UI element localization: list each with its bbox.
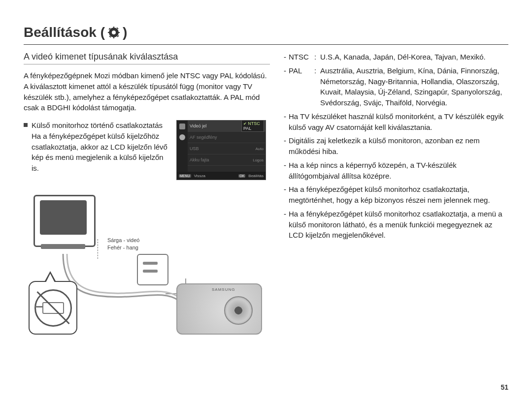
info-bullet: - Ha a fényképezőgépet külső monitorhoz … <box>284 184 508 206</box>
camera-menu-screenshot: Videó jel NTSC PAL AF segédfény <box>176 120 266 180</box>
def-row-pal: - PAL : Ausztrália, Ausztria, Belgium, K… <box>284 65 508 108</box>
warning-bubble <box>29 281 77 335</box>
cable-path <box>58 254 186 318</box>
dash-icon: - <box>284 111 289 122</box>
bullet-body: Ha a fényképezőgépet külső kijelzőhöz cs… <box>32 132 167 172</box>
right-column: - NTSC : U.S.A, Kanada, Japán, Dél-Korea… <box>284 52 508 347</box>
display-icon <box>179 123 185 129</box>
page-title: Beállítások ( ) <box>24 25 508 43</box>
wall-plug-icon <box>42 302 64 314</box>
menu-back-label: Vissza <box>194 174 205 178</box>
bullet-text: Külső monitorhoz történő csatlakoztatás … <box>32 120 169 174</box>
info-text: Ha a fényképezőgépet külső monitorhoz cs… <box>289 184 508 206</box>
page-title-suffix: ) <box>123 25 127 40</box>
menu-key-ok: OK <box>238 174 245 178</box>
cable-color-note: Sárga - videó Fehér - hang <box>107 237 139 252</box>
menu-row-label: Videó jel <box>190 123 206 128</box>
page-number: 51 <box>500 383 508 391</box>
intro-paragraph: A fényképezőgépnek Mozi módban kimenő je… <box>24 70 270 113</box>
page-title-prefix: Beállítások ( <box>24 25 105 40</box>
dash-icon: - <box>284 209 289 219</box>
menu-option-pal[interactable]: PAL <box>243 126 251 131</box>
info-text: Ha TV készüléket használ külső monitorké… <box>289 111 508 133</box>
svg-rect-4 <box>108 32 110 33</box>
menu-row-value: Lúgos <box>253 158 264 162</box>
menu-row-af-light[interactable]: AF segédfény <box>188 132 266 143</box>
def-key: PAL <box>289 65 314 76</box>
def-key: NTSC <box>289 52 314 62</box>
note-white: Fehér - hang <box>107 245 138 250</box>
menu-option-ntsc[interactable]: NTSC <box>243 121 260 126</box>
dash-icon: - <box>284 52 289 62</box>
dash-icon: - <box>284 184 289 195</box>
settings-gear-icon <box>179 134 185 140</box>
left-column: A videó kimenet típusának kiválasztása A… <box>24 52 270 347</box>
camera-menu-rows: Videó jel NTSC PAL AF segédfény <box>188 121 266 172</box>
dash-icon: - <box>284 65 289 76</box>
gear-icon <box>108 27 120 38</box>
menu-row-value: Auto <box>256 147 264 151</box>
connection-illustration: Sárga - videó Fehér - hang SAMSUNG <box>24 190 270 347</box>
svg-point-1 <box>112 31 116 34</box>
menu-row-video-signal[interactable]: Videó jel NTSC PAL <box>188 121 266 132</box>
svg-rect-3 <box>113 36 114 38</box>
title-rule <box>24 44 508 45</box>
def-row-ntsc: - NTSC : U.S.A, Kanada, Japán, Dél-Korea… <box>284 52 508 62</box>
def-sep: : <box>314 52 320 62</box>
def-sep: : <box>314 65 320 76</box>
camera-brand-label: SAMSUNG <box>212 287 235 292</box>
dash-icon: - <box>284 160 289 171</box>
menu-row-label: USB <box>190 146 199 151</box>
info-bullet: - Ha a kép nincs a képernyő közepén, a T… <box>284 160 508 182</box>
def-val: U.S.A, Kanada, Japán, Dél-Korea, Tajvan,… <box>320 52 508 62</box>
svg-rect-5 <box>118 32 120 33</box>
note-yellow: Sárga - videó <box>107 237 139 243</box>
menu-row-usb[interactable]: USB Auto <box>188 143 266 154</box>
dash-icon: - <box>284 135 289 146</box>
info-text: Ha a fényképezőgépet külső monitorhoz cs… <box>289 209 508 241</box>
square-bullet-icon <box>24 123 28 127</box>
menu-row-label: AF segédfény <box>190 135 217 140</box>
def-val: Ausztrália, Ausztria, Belgium, Kína, Dán… <box>320 65 508 108</box>
camera-menu-sidebar <box>177 121 188 172</box>
section-subtitle: A videó kimenet típusának kiválasztása <box>24 52 270 64</box>
menu-row-label: Akku fajta <box>190 157 209 162</box>
bullet-title: Külső monitorhoz történő csatlakoztatás <box>32 121 163 129</box>
info-text: Ha a kép nincs a képernyő közepén, a TV-… <box>289 160 508 182</box>
page-root: Beállítások ( ) A videó kimenet típusána… <box>0 0 532 401</box>
menu-key-back: MENU <box>179 174 191 178</box>
info-bullet: - Digitális zaj keletkezik a külső monit… <box>284 135 508 157</box>
crt-tv-base <box>41 244 85 249</box>
camera-icon: SAMSUNG <box>176 283 262 335</box>
crt-tv-icon <box>33 195 96 247</box>
bullet-block: Külső monitorhoz történő csatlakoztatás … <box>24 120 270 180</box>
prohibited-icon <box>34 289 72 327</box>
info-bullet: - Ha TV készüléket használ külső monitor… <box>284 111 508 133</box>
svg-rect-2 <box>113 27 114 29</box>
info-bullet: - Ha a fényképezőgépet külső monitorhoz … <box>284 209 508 241</box>
info-text: Digitális zaj keletkezik a külső monitor… <box>289 135 508 157</box>
menu-row-battery[interactable]: Akku fajta Lúgos <box>188 154 266 166</box>
camera-menu-footer: MENU Vissza OK Beállítás <box>177 172 266 180</box>
camera-lens-icon <box>224 296 253 325</box>
menu-ok-label: Beállítás <box>248 174 264 178</box>
